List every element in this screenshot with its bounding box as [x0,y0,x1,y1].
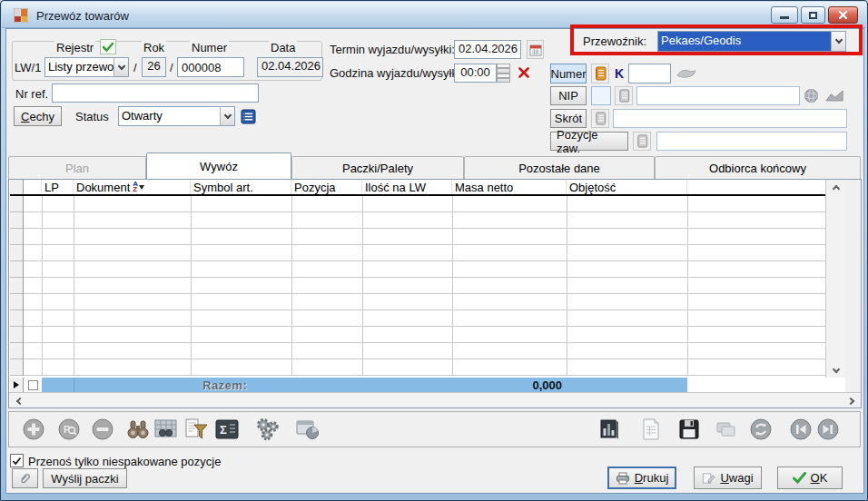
pozycje-zaw-label: Pozycje zaw. [557,128,622,155]
registry-code: LW/1 [15,61,41,74]
scroll-down-icon[interactable] [826,363,846,378]
cechy-button[interactable]: Cechy [14,106,62,126]
lookup-button[interactable]: P [55,416,83,443]
refresh-button[interactable] [747,416,774,443]
last-record-button[interactable] [814,416,842,443]
grid-body[interactable] [24,196,825,376]
nip-field[interactable] [636,86,800,105]
window-title: Przewóz towarów [36,9,129,23]
grid-header-pozycja[interactable]: Pozycja [291,180,362,194]
maximize-button[interactable] [801,6,825,24]
summary-check-cell[interactable] [24,378,42,392]
numer-field[interactable] [177,57,244,77]
carrier-combo-arrow-icon[interactable] [831,32,845,51]
grid-right-gutter [845,180,861,392]
transfer-checkbox[interactable] [10,454,24,467]
export-sheet-button[interactable] [637,416,665,443]
termin-label: Termin wyjazdu/wysyłki: [330,43,455,56]
combo-arrow-icon[interactable] [113,58,128,76]
stats-icon[interactable] [822,86,847,105]
app-icon [14,8,28,23]
summary-label-cell: Razem: [191,378,291,392]
copy-button[interactable] [713,416,740,443]
notebook-orange-icon[interactable] [591,64,609,84]
grid-header-objetosc[interactable]: Objętość [567,180,687,194]
reports-button[interactable] [294,416,321,443]
contractor-numer-field[interactable] [628,64,671,84]
nr-ref-field[interactable] [52,84,259,103]
add-button[interactable] [20,416,47,443]
contractor-k-flag: K [613,66,626,81]
tab-paczki-palety-label: Paczki/Palety [342,162,413,175]
close-button[interactable] [828,6,858,24]
first-record-button[interactable] [787,416,814,443]
registry-combo[interactable]: Listy przewo [44,57,129,77]
contractor-numer-label: Numer [551,67,587,81]
time-clear-icon [518,66,530,79]
attachment-button[interactable] [12,468,38,488]
paperclip-icon [18,471,32,486]
ok-button[interactable]: OK [777,467,843,489]
positions-grid: LP Dokument AZ Symbol art. Pozycja Ilość… [8,179,862,408]
scroll-left-icon[interactable] [11,394,25,408]
grid-header-symbol[interactable]: Symbol art. [191,180,291,194]
grid-header-lp[interactable]: LP [42,180,74,194]
contractor-numer-button[interactable]: Numer [550,64,587,84]
vertical-scrollbar[interactable] [825,180,845,378]
numer-label: Numer [190,41,229,54]
print-button[interactable]: Drukuj [607,467,676,489]
chart-button[interactable] [596,416,623,443]
last-record-icon [816,418,840,441]
send-packages-button[interactable]: Wyślij paczki [43,468,127,488]
minimize-button[interactable] [771,6,798,24]
filter-button[interactable] [182,416,210,443]
notebook-grey-icon-2[interactable] [591,109,609,128]
save-button[interactable] [676,416,703,443]
termin-field[interactable]: 02.04.2026 [454,40,521,59]
tab-odbiorca-koncowy[interactable]: Odbiorca końcowy [655,156,861,179]
summary-pozycja-cell [291,378,362,392]
tab-pozostale-dane[interactable]: Pozostałe dane [464,156,655,179]
scroll-right-icon[interactable] [844,394,859,408]
horizontal-scrollbar[interactable] [9,392,861,408]
status-list-icon[interactable] [239,107,257,125]
status-combo[interactable]: Otwarty [118,106,235,126]
status-combo-arrow-icon[interactable] [220,107,234,125]
p-magnifier-icon: P [57,418,81,441]
settings-button[interactable] [254,416,281,443]
summary-checkbox[interactable] [28,380,38,390]
grid-header-masa[interactable]: Masa netto [452,180,567,194]
spinner-down-icon[interactable] [497,74,510,84]
pick-hand-icon[interactable] [674,64,699,83]
nip-button[interactable]: NIP [550,86,587,105]
grid-header-empty [687,180,825,194]
notebook-grey-icon-3[interactable] [633,132,651,151]
pozycje-zaw-field[interactable] [656,132,847,151]
godzina-field[interactable]: 00:00 [454,64,497,83]
skrot-button[interactable]: Skrót [550,109,587,128]
summary-dokument-cell [74,378,191,392]
search-grid-button[interactable] [153,416,180,443]
notebook-grey-icon-1[interactable] [615,86,633,105]
calendar-icon[interactable] [527,40,544,59]
spinner-up-icon[interactable] [497,64,510,74]
tab-paczki-palety[interactable]: Paczki/Palety [291,156,464,179]
scroll-up-icon[interactable] [826,180,846,194]
tab-odbiorca-koncowy-label: Odbiorca końcowy [709,162,806,175]
nip-prefix-field[interactable] [591,86,611,105]
search-button[interactable] [124,416,152,443]
globe-icon[interactable] [802,86,820,105]
pozycje-zaw-button[interactable]: Pozycje zaw. [550,132,628,151]
remove-button[interactable] [89,416,116,443]
grid-header-ilosc[interactable]: Ilość na LW [362,180,452,194]
sum-button[interactable]: Σ [213,416,241,443]
time-clear-button[interactable] [515,64,533,82]
grid-header-dokument[interactable]: Dokument AZ [74,180,191,194]
tab-plan-label: Plan [65,162,89,175]
carrier-combo[interactable]: Pekaes/Geodis [657,31,846,52]
skrot-field[interactable] [613,109,847,128]
data-label: Data [269,41,297,54]
notes-button[interactable]: Uwagi [694,467,762,489]
tab-wywoz[interactable]: Wywóz [146,152,291,179]
time-spinner[interactable] [497,64,510,83]
